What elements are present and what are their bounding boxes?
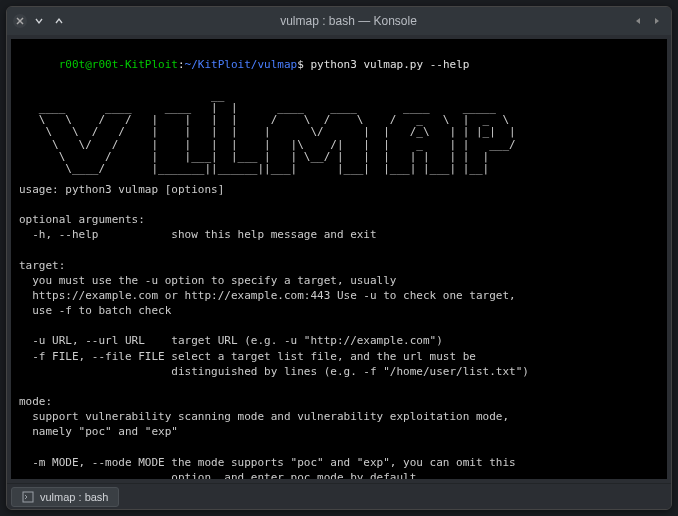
tab-right-button[interactable]	[649, 13, 665, 29]
chevron-down-icon	[34, 16, 44, 26]
prompt-command: python3 vulmap.py --help	[304, 58, 470, 71]
svg-marker-2	[636, 18, 640, 24]
triangle-right-icon	[652, 16, 662, 26]
terminal-area[interactable]: r00t@r00t-KitPloit:~/KitPloit/vulmap$ py…	[11, 39, 667, 479]
help-output: usage: python3 vulmap [options] optional…	[19, 182, 659, 479]
prompt-sep: :	[178, 58, 185, 71]
titlebar: vulmap : bash — Konsole	[7, 7, 671, 35]
terminal-icon	[22, 491, 34, 503]
tab-vulmap-bash[interactable]: vulmap : bash	[11, 487, 119, 507]
maximize-button[interactable]	[51, 13, 67, 29]
konsole-window: vulmap : bash — Konsole r00t@r00t-KitPlo…	[6, 6, 672, 510]
minimize-button[interactable]	[31, 13, 47, 29]
chevron-up-icon	[54, 16, 64, 26]
ascii-logo: __ ____ ____ ____ | | ____ ____ ____ ___…	[19, 90, 659, 176]
tab-bar: vulmap : bash	[7, 483, 671, 509]
svg-marker-3	[655, 18, 659, 24]
triangle-left-icon	[633, 16, 643, 26]
close-icon	[15, 16, 25, 26]
tab-label: vulmap : bash	[40, 491, 108, 503]
tab-left-button[interactable]	[630, 13, 646, 29]
prompt-user-host: r00t@r00t-KitPloit	[59, 58, 178, 71]
prompt-dollar: $	[297, 58, 304, 71]
prompt-line: r00t@r00t-KitPloit:~/KitPloit/vulmap$ py…	[19, 43, 659, 88]
window-title: vulmap : bash — Konsole	[67, 14, 630, 28]
prompt-path: ~/KitPloit/vulmap	[185, 58, 298, 71]
close-button[interactable]	[13, 14, 27, 28]
svg-rect-4	[23, 492, 33, 502]
